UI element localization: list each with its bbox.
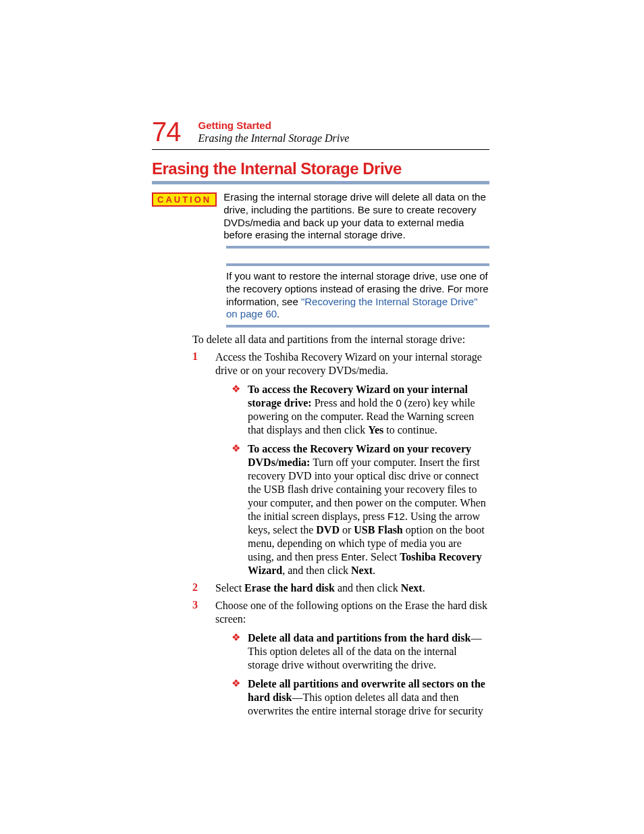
- diamond-bullet-icon: ❖: [232, 677, 248, 718]
- sub-body: Delete all data and partitions from the …: [248, 631, 489, 672]
- t: Select: [215, 582, 244, 594]
- note-block: If you want to restore the internal stor…: [152, 263, 489, 328]
- sub-body: Delete all partitions and overwrite all …: [248, 677, 489, 718]
- key-f12: F12: [387, 511, 405, 522]
- key-zero: 0: [396, 397, 402, 409]
- erase-hard-disk-label: Erase the hard disk: [244, 582, 335, 594]
- subchapter-title: Erasing the Internal Storage Drive: [198, 132, 350, 145]
- t: , and then click: [282, 565, 351, 576]
- header-rule: [152, 149, 489, 150]
- t: .: [373, 565, 375, 576]
- diamond-bullet-icon: ❖: [232, 383, 248, 437]
- yes-label: Yes: [368, 424, 383, 436]
- t: and then click: [335, 582, 401, 594]
- chapter-title: Getting Started: [198, 120, 350, 131]
- t: or: [340, 524, 354, 536]
- note-post: .: [277, 308, 279, 319]
- step-1: 1 Access the Toshiba Recovery Wizard on …: [192, 350, 489, 577]
- step-body: Access the Toshiba Recovery Wizard on yo…: [215, 350, 489, 577]
- diamond-bullet-icon: ❖: [232, 442, 248, 577]
- key-enter: Enter: [341, 551, 365, 563]
- caution-text: Erasing the internal storage drive will …: [223, 191, 489, 242]
- step-number: 1: [192, 350, 215, 577]
- caution-block: CAUTION Erasing the internal storage dri…: [152, 191, 489, 249]
- step-3-text: Choose one of the following options on t…: [215, 600, 487, 625]
- step-1-sub-a: ❖ To access the Recovery Wizard on your …: [232, 383, 489, 437]
- step-number: 3: [192, 599, 215, 718]
- section-rule: [152, 181, 489, 184]
- step-3: 3 Choose one of the following options on…: [192, 599, 489, 718]
- t: .: [423, 582, 425, 594]
- sub-body: To access the Recovery Wizard on your in…: [248, 383, 489, 437]
- t: Press and hold the: [312, 397, 396, 409]
- diamond-bullet-icon: ❖: [232, 631, 248, 672]
- header-texts: Getting Started Erasing the Internal Sto…: [198, 118, 350, 145]
- caution-badge: CAUTION: [152, 192, 217, 207]
- step-3-sub-b: ❖ Delete all partitions and overwrite al…: [232, 677, 489, 718]
- caution-rule: [226, 246, 489, 249]
- note-text: If you want to restore the internal stor…: [226, 270, 489, 321]
- step-body: Choose one of the following options on t…: [215, 599, 489, 718]
- next-label: Next: [351, 565, 373, 576]
- step-body: Select Erase the hard disk and then clic…: [215, 581, 489, 595]
- sub-body: To access the Recovery Wizard on your re…: [248, 442, 489, 577]
- ordered-list: 1 Access the Toshiba Recovery Wizard on …: [192, 350, 489, 718]
- step-number: 2: [192, 581, 215, 595]
- step-1-text: Access the Toshiba Recovery Wizard on yo…: [215, 351, 482, 376]
- note-rule-bottom: [226, 325, 489, 328]
- step-3-sub-a: ❖ Delete all data and partitions from th…: [232, 631, 489, 672]
- step-2: 2 Select Erase the hard disk and then cl…: [192, 581, 489, 595]
- step-1-sub-b: ❖ To access the Recovery Wizard on your …: [232, 442, 489, 577]
- usb-flash-label: USB Flash: [354, 524, 402, 536]
- document-page: 74 Getting Started Erasing the Internal …: [0, 0, 644, 834]
- page-header: 74 Getting Started Erasing the Internal …: [152, 118, 489, 145]
- page-number: 74: [152, 118, 181, 145]
- note-rule-top: [226, 263, 489, 266]
- delete-all-data-label: Delete all data and partitions from the …: [248, 632, 471, 644]
- section-heading: Erasing the Internal Storage Drive: [152, 159, 489, 178]
- dvd-label: DVD: [316, 524, 340, 536]
- intro-text: To delete all data and partitions from t…: [192, 333, 489, 346]
- next-label: Next: [401, 582, 423, 594]
- t: to continue.: [383, 424, 437, 436]
- t: . Select: [365, 551, 400, 563]
